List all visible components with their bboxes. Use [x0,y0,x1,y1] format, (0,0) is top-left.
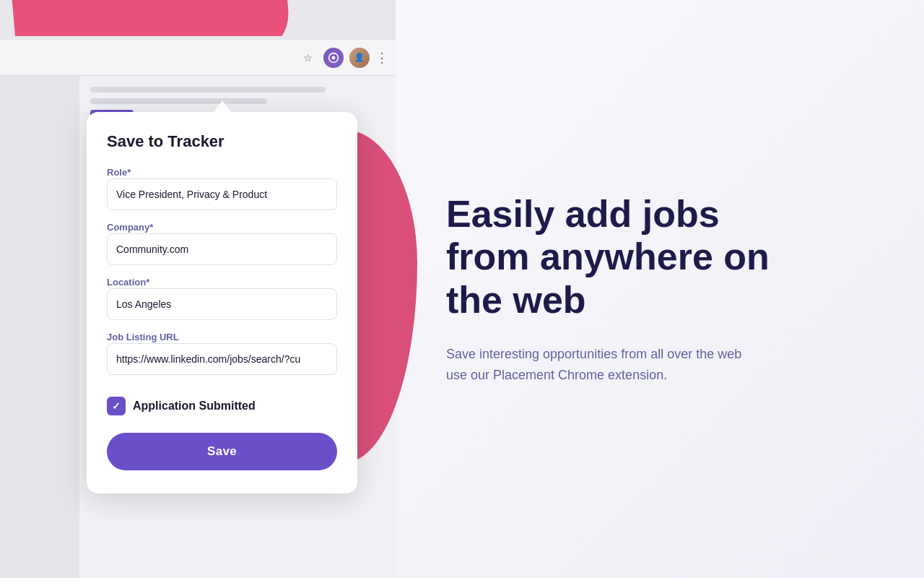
deco-shape [11,0,292,36]
role-label: Role* [107,167,131,178]
application-submitted-row[interactable]: ✓ Application Submitted [107,397,337,415]
location-label: Location* [107,277,149,288]
deco-top [0,0,396,36]
role-input[interactable] [107,178,337,210]
company-input[interactable] [107,233,337,265]
avatar-icon[interactable]: 👤 [349,48,370,68]
right-content: Easily add jobs from anywhere on the web… [446,193,770,386]
right-panel: Easily add jobs from anywhere on the web… [396,0,924,578]
save-to-tracker-modal: Save to Tracker Role* Company* Location*… [87,112,357,493]
company-label: Company* [107,222,153,233]
browser-chrome: ☆ 👤 ⋮ [0,40,396,76]
modal-arrow [214,100,231,112]
checkmark-icon: ✓ [112,400,121,412]
bg-sidebar [0,76,79,578]
svg-point-1 [332,56,336,59]
save-button[interactable]: Save [107,433,337,470]
left-panel: ☆ 👤 ⋮ [0,0,396,578]
right-description: Save interesting opportunities from all … [446,344,749,386]
extension-icon[interactable] [323,48,344,68]
location-input[interactable] [107,288,337,320]
url-label: Job Listing URL [107,332,179,342]
modal-title: Save to Tracker [107,132,337,151]
more-menu-icon[interactable]: ⋮ [375,50,388,66]
star-icon[interactable]: ☆ [297,48,318,68]
right-heading: Easily add jobs from anywhere on the web [446,193,770,322]
application-submitted-checkbox[interactable]: ✓ [107,397,126,415]
application-submitted-label: Application Submitted [133,400,256,413]
user-avatar: 👤 [349,48,370,68]
url-input[interactable] [107,343,337,375]
